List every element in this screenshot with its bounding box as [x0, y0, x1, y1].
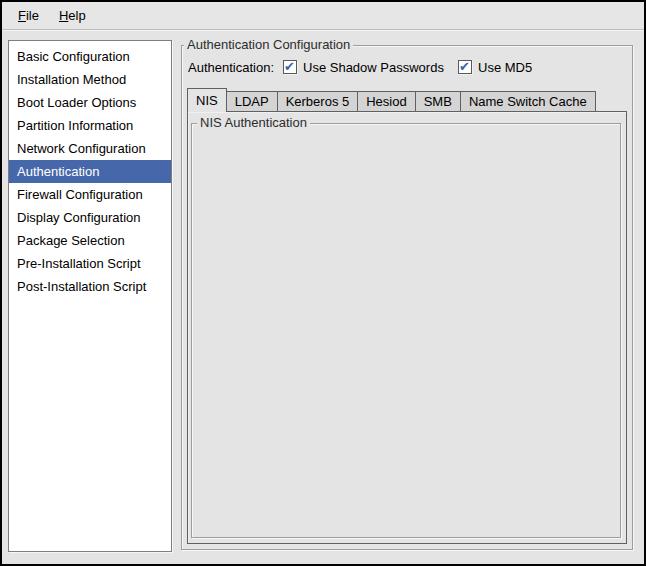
sidebar-item-installation-method[interactable]: Installation Method	[9, 68, 171, 91]
menu-bar: File Help	[2, 2, 644, 30]
use-md5-label[interactable]: Use MD5	[478, 60, 532, 75]
sidebar-item-firewall-configuration[interactable]: Firewall Configuration	[9, 183, 171, 206]
sidebar-item-partition-information[interactable]: Partition Information	[9, 114, 171, 137]
use-md5-checkbox[interactable]	[458, 60, 472, 74]
menu-file[interactable]: File	[8, 5, 49, 26]
tab-name-switch-cache[interactable]: Name Switch Cache	[460, 91, 596, 111]
sidebar-item-display-configuration[interactable]: Display Configuration	[9, 206, 171, 229]
kickstart-configurator-window: File Help Basic Configuration Installati…	[0, 0, 646, 566]
tab-hesiod[interactable]: Hesiod	[357, 91, 415, 111]
authentication-configuration-frame-title: Authentication Configuration	[184, 37, 353, 52]
use-shadow-passwords-label[interactable]: Use Shadow Passwords	[303, 60, 444, 75]
nis-authentication-frame-title: NIS Authentication	[197, 115, 310, 130]
tab-ldap[interactable]: LDAP	[226, 91, 278, 111]
sidebar-item-package-selection[interactable]: Package Selection	[9, 229, 171, 252]
sidebar-item-basic-configuration[interactable]: Basic Configuration	[9, 45, 171, 68]
sidebar-item-network-configuration[interactable]: Network Configuration	[9, 137, 171, 160]
menu-help[interactable]: Help	[49, 5, 96, 26]
authentication-label: Authentication:	[188, 60, 274, 75]
category-list: Basic Configuration Installation Method …	[8, 40, 172, 552]
use-shadow-passwords-checkbox[interactable]	[283, 60, 297, 74]
sidebar-item-pre-installation-script[interactable]: Pre-Installation Script	[9, 252, 171, 275]
nis-authentication-frame	[191, 123, 621, 538]
sidebar-item-authentication[interactable]: Authentication	[9, 160, 171, 183]
tab-smb[interactable]: SMB	[415, 91, 461, 111]
sidebar-item-boot-loader-options[interactable]: Boot Loader Options	[9, 91, 171, 114]
sidebar-item-post-installation-script[interactable]: Post-Installation Script	[9, 275, 171, 298]
auth-method-tabbar: NIS LDAP Kerberos 5 Hesiod SMB Name Swit…	[187, 88, 595, 111]
tab-nis[interactable]: NIS	[187, 88, 227, 112]
tab-kerberos5[interactable]: Kerberos 5	[277, 91, 359, 111]
